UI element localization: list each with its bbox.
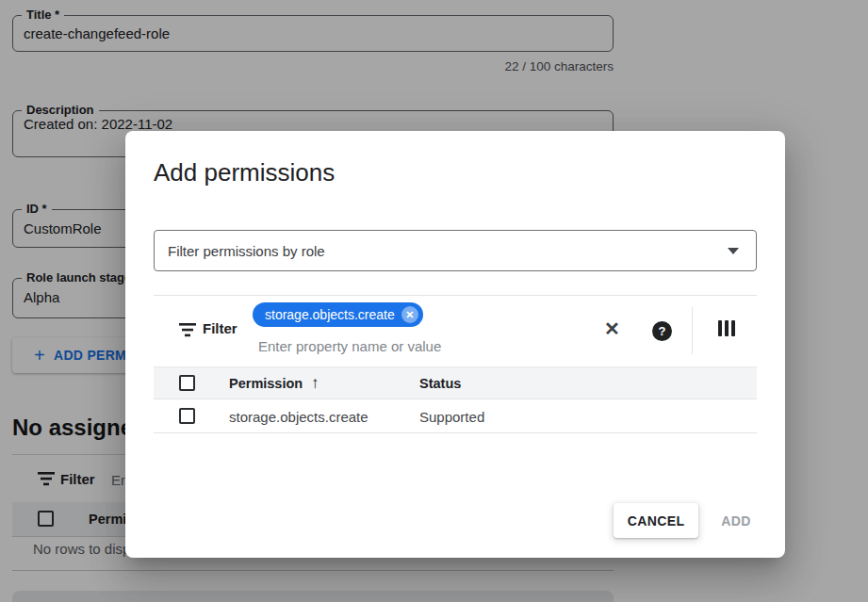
sort-ascending-icon[interactable]: ↑ bbox=[311, 374, 319, 393]
filter-icon bbox=[179, 323, 196, 341]
dialog-title: Add permissions bbox=[154, 158, 335, 187]
row-status-cell: Supported bbox=[419, 409, 484, 425]
add-button[interactable]: ADD bbox=[703, 503, 769, 538]
clear-filter-icon[interactable]: ✕ bbox=[604, 317, 620, 340]
permission-column-header[interactable]: Permission bbox=[229, 376, 303, 391]
table-row[interactable]: storage.objects.create Supported bbox=[154, 399, 757, 433]
column-display-icon[interactable] bbox=[718, 320, 735, 336]
cancel-button[interactable]: CANCEL bbox=[614, 503, 698, 538]
chevron-down-icon bbox=[728, 248, 739, 254]
screen: Title * create-changefeed-role 22 / 100 … bbox=[0, 0, 868, 602]
filter-chip-label: storage.objects.create bbox=[265, 307, 395, 322]
row-checkbox[interactable] bbox=[179, 408, 195, 424]
select-all-checkbox[interactable] bbox=[179, 375, 195, 391]
dialog-table-header: Permission ↑ Status bbox=[154, 366, 757, 399]
filter-by-role-dropdown[interactable]: Filter permissions by role bbox=[154, 230, 757, 271]
permissions-filter-toolbar: Filter storage.objects.create ✕ Enter pr… bbox=[154, 295, 757, 366]
filter-by-role-dropdown-value: Filter permissions by role bbox=[168, 243, 728, 259]
row-permission-cell: storage.objects.create bbox=[229, 409, 368, 425]
filter-chip[interactable]: storage.objects.create ✕ bbox=[253, 302, 423, 327]
status-column-header[interactable]: Status bbox=[419, 376, 461, 391]
help-icon[interactable]: ? bbox=[652, 321, 672, 341]
chip-remove-icon[interactable]: ✕ bbox=[401, 306, 418, 323]
add-permissions-dialog: Add permissions Filter permissions by ro… bbox=[125, 131, 785, 558]
toolbar-divider bbox=[692, 307, 693, 354]
filter-toolbar-label: Filter bbox=[203, 320, 237, 336]
filter-input[interactable]: Enter property name or value bbox=[258, 338, 441, 354]
